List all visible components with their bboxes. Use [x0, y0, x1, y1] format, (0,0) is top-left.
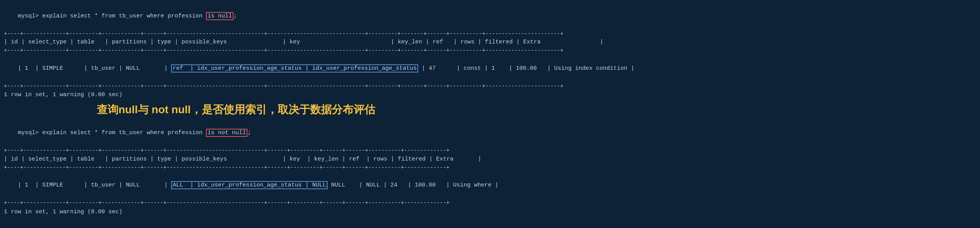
header-2: | id | select_type | table | partitions … [4, 155, 976, 164]
divider-2-2: +----+-------------+---------+----------… [4, 164, 976, 172]
data-post-1: | 47 | const | 1 | 100.00 | Using index … [418, 65, 634, 72]
data-pre-1: | 1 | SIMPLE | tb_user | NULL | [18, 65, 171, 72]
divider-2-1: +----+-------------+---------+----------… [4, 147, 976, 155]
result-1: 1 row in set, 1 warning (0.00 sec) [4, 91, 976, 100]
cmd-line-2: mysql> explain select * from tb_user whe… [4, 120, 976, 147]
cmd-end-1: ; [233, 13, 237, 19]
prompt-2: mysql> explain select * from tb_user whe… [18, 130, 206, 136]
prompt-1: mysql> explain select * from tb_user whe… [18, 13, 206, 19]
is-not-null-highlight: is not null [206, 129, 247, 137]
terminal: mysql> explain select * from tb_user whe… [4, 3, 976, 216]
data-pre-2: | 1 | SIMPLE | tb_user | NULL | [18, 182, 171, 188]
header-1: | id | select_type | table | partitions … [4, 38, 976, 47]
data-post-2: NULL | NULL | 24 | 100.00 | Using where … [328, 182, 498, 188]
data-row-1: | 1 | SIMPLE | tb_user | NULL | ref | id… [4, 55, 976, 83]
cmd-line-1: mysql> explain select * from tb_user whe… [4, 3, 976, 29]
blue-box-row1: ref | idx_user_profession_age_status | i… [171, 64, 418, 73]
cmd-end-2: ; [247, 130, 251, 136]
annotation-text: 查询null与 not null，是否使用索引，取决于数据分布评估 [97, 101, 976, 119]
is-null-highlight: is null [206, 12, 233, 20]
result-2: 1 row in set, 1 warning (0.00 sec) [4, 208, 976, 217]
data-row-2: | 1 | SIMPLE | tb_user | NULL | ALL | id… [4, 171, 976, 199]
divider-1-2: +----+-------------+---------+----------… [4, 47, 976, 55]
divider-1-3: +----+-------------+---------+----------… [4, 83, 976, 90]
divider-2-3: +----+-------------+---------+----------… [4, 199, 976, 207]
blue-box-row2: ALL | idx_user_profession_age_status | N… [171, 181, 328, 189]
divider-1-1: +----+-------------+---------+----------… [4, 30, 976, 38]
